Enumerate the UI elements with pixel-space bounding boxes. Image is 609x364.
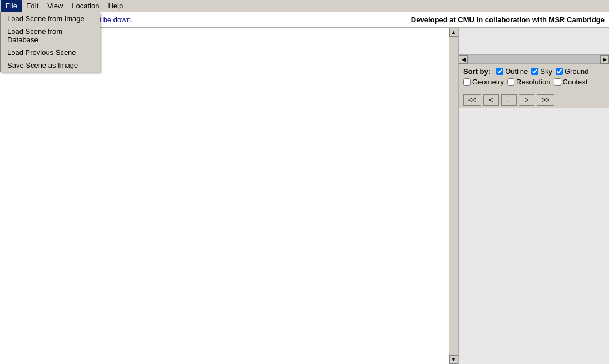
checkbox-context-label: Context xyxy=(563,78,588,86)
nav-next-btn[interactable]: > xyxy=(519,94,534,106)
vscroll-up-btn[interactable]: ▲ xyxy=(449,28,458,37)
nav-first-btn[interactable]: << xyxy=(463,94,481,106)
checkbox-ground[interactable]: Ground xyxy=(556,67,588,76)
menu-location[interactable]: Location xyxy=(67,0,103,12)
checkbox-resolution-input[interactable] xyxy=(507,78,514,86)
menu-help[interactable]: Help xyxy=(103,0,127,12)
menu-load-previous-scene[interactable]: Load Previous Scene xyxy=(1,46,100,59)
sortby-row2: Geometry Resolution Context xyxy=(463,78,605,86)
checkbox-outline-label: Outline xyxy=(505,67,528,76)
checkbox-ground-input[interactable] xyxy=(556,68,563,75)
menu-file[interactable]: File xyxy=(1,0,22,12)
sortby-row1: Sort by: Outline Sky Ground xyxy=(463,67,605,76)
hscroll-right-btn[interactable]: ▶ xyxy=(600,55,609,64)
checkbox-resolution-label: Resolution xyxy=(516,78,550,86)
vscroll-down-btn[interactable]: ▼ xyxy=(449,355,458,364)
left-vscrollbar[interactable]: ▲ ▼ xyxy=(449,28,458,364)
checkbox-sky-input[interactable] xyxy=(531,68,538,75)
hscroll-left-btn[interactable]: ◀ xyxy=(459,55,468,64)
right-panel: ◀ ▶ Sort by: Outline Sky Ground xyxy=(459,28,609,364)
right-bottom-results xyxy=(459,108,609,364)
checkbox-ground-label: Ground xyxy=(565,67,588,76)
checkbox-outline-input[interactable] xyxy=(496,68,503,75)
checkbox-sky[interactable]: Sky xyxy=(531,67,552,76)
left-image-panel: ▲ ▼ xyxy=(0,28,459,364)
checkbox-outline[interactable]: Outline xyxy=(496,67,528,76)
nav-buttons-bar: << < . > >> xyxy=(459,92,609,108)
menubar: File Edit View Location Help xyxy=(0,0,609,12)
sortby-panel: Sort by: Outline Sky Ground Geometry xyxy=(459,64,609,92)
checkbox-context-input[interactable] xyxy=(554,78,561,86)
checkbox-geometry-label: Geometry xyxy=(472,78,504,86)
menu-load-scene-image[interactable]: Load Scene from Image xyxy=(1,12,100,25)
nav-last-btn[interactable]: >> xyxy=(537,94,554,106)
checkbox-sky-label: Sky xyxy=(540,67,552,76)
checkbox-geometry[interactable]: Geometry xyxy=(463,78,504,86)
menu-save-scene-image[interactable]: Save Scene as Image xyxy=(1,59,100,72)
checkbox-resolution[interactable]: Resolution xyxy=(507,78,550,86)
menu-load-scene-database[interactable]: Load Scene from Database xyxy=(1,25,100,46)
menu-edit[interactable]: Edit xyxy=(22,0,43,12)
hscroll-track[interactable] xyxy=(468,55,600,63)
checkbox-context[interactable]: Context xyxy=(554,78,588,86)
menu-view[interactable]: View xyxy=(43,0,67,12)
right-top-thumbnail: ◀ ▶ xyxy=(459,28,609,64)
sortby-label: Sort by: xyxy=(463,67,491,76)
main-layout: ▲ ▼ ◀ ▶ Sort by: Outline Sky xyxy=(0,28,609,364)
right-hscrollbar[interactable]: ◀ ▶ xyxy=(459,54,609,63)
nav-dot-btn[interactable]: . xyxy=(501,94,517,106)
nav-prev-btn[interactable]: < xyxy=(483,94,499,106)
checkbox-geometry-input[interactable] xyxy=(463,78,471,86)
file-dropdown: Load Scene from Image Load Scene from Da… xyxy=(0,12,100,72)
status-credit: Developed at CMU in collaboration with M… xyxy=(411,16,605,24)
